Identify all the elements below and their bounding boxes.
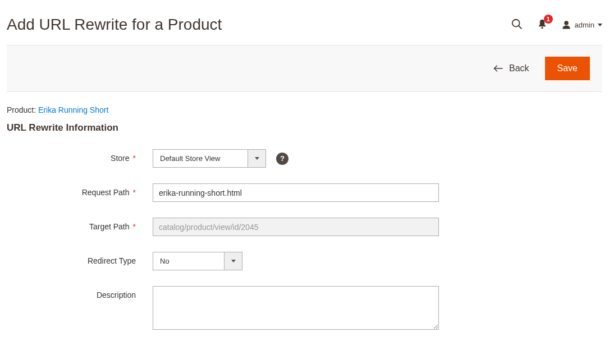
chevron-down-icon (598, 24, 602, 26)
back-label: Back (509, 63, 529, 73)
notifications-icon[interactable]: 1 (537, 19, 548, 31)
target-path-label: Target Path (7, 218, 153, 231)
product-line: Product: Erika Running Short (7, 105, 602, 114)
request-path-label: Request Path (7, 183, 153, 197)
store-label: Store (7, 149, 153, 163)
user-icon (561, 20, 571, 30)
save-button[interactable]: Save (545, 57, 590, 80)
redirect-type-label: Redirect Type (7, 252, 153, 265)
section-title: URL Rewrite Information (7, 122, 602, 133)
help-icon[interactable]: ? (276, 153, 289, 165)
notification-badge: 1 (544, 15, 553, 24)
store-select[interactable]: Default Store View (153, 149, 266, 168)
page-title: Add URL Rewrite for a Product (7, 16, 222, 34)
arrow-left-icon (493, 64, 503, 72)
svg-line-1 (518, 25, 521, 29)
redirect-type-select[interactable]: No (153, 252, 242, 270)
svg-point-0 (512, 19, 519, 26)
redirect-type-value: No (153, 252, 224, 270)
request-path-input[interactable] (153, 183, 439, 202)
back-button[interactable]: Back (493, 63, 529, 73)
description-textarea[interactable] (153, 286, 439, 330)
svg-point-3 (564, 21, 569, 25)
store-value: Default Store View (153, 150, 248, 167)
chevron-down-icon (248, 150, 265, 167)
search-icon[interactable] (511, 18, 523, 32)
user-name: admin (575, 21, 594, 29)
user-menu[interactable]: admin (561, 20, 602, 30)
product-prefix: Product: (7, 105, 38, 114)
svg-point-2 (541, 27, 543, 29)
product-link[interactable]: Erika Running Short (38, 105, 108, 114)
target-path-input (153, 218, 439, 236)
chevron-down-icon (224, 252, 242, 270)
description-label: Description (7, 286, 153, 300)
